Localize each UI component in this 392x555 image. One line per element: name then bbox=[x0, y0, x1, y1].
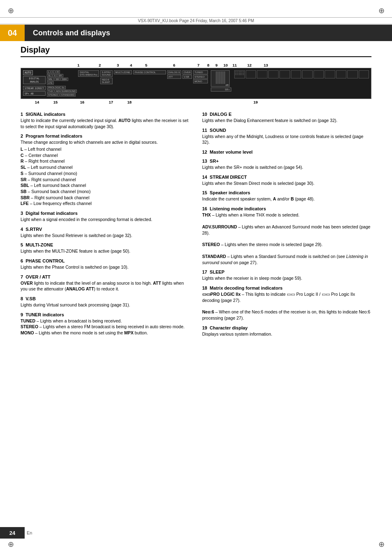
left-description-column: 1 SIGNAL indicators Light to indicate th… bbox=[21, 112, 190, 341]
label-3: 3 bbox=[111, 63, 125, 67]
diagram-bottom-labels: 14 15 16 17 18 19 bbox=[21, 100, 371, 104]
desc-15-text: Indicate the current speaker system, A a… bbox=[202, 196, 371, 202]
desc-7-heading: 7 OVER / ATT bbox=[21, 274, 190, 279]
sbl-indicator: SBL bbox=[47, 78, 54, 81]
desc-9-stereo: STEREO – Lights when a stereo FM broadca… bbox=[21, 324, 190, 330]
desc-5-text: Lights when the MULTI-ZONE feature is ac… bbox=[21, 248, 190, 254]
desc-10-heading: 10 DIALOG E bbox=[202, 112, 371, 117]
desc-13-text: Lights when the SR+ mode is switched on … bbox=[202, 164, 371, 170]
label-15: 15 bbox=[49, 100, 62, 104]
description-columns: 1 SIGNAL indicators Light to indicate th… bbox=[21, 112, 371, 341]
desc-multi-zone: 5 MULTI-ZONE Lights when the MULTI-ZONE … bbox=[21, 242, 190, 254]
desc-3-heading: 3 Digital format indicators bbox=[21, 211, 190, 216]
label-17: 17 bbox=[103, 100, 119, 104]
desc-2-text: These change according to which channels… bbox=[21, 139, 190, 145]
desc-vsb: 8 V.SB Lights during Virtual surround ba… bbox=[21, 296, 190, 308]
label-13: 13 bbox=[260, 63, 272, 67]
desc-program-format: 2 Program format indicators These change… bbox=[21, 134, 190, 207]
character-display bbox=[234, 70, 369, 78]
label-16: 16 bbox=[62, 100, 103, 104]
desc-2-l: L – Left front channel bbox=[21, 146, 190, 152]
stereo-mode-indicator: STEREO bbox=[47, 93, 60, 97]
l-indicator: L bbox=[47, 70, 51, 74]
desc-16-standard: STANDARD – Lights when a Standard Surrou… bbox=[202, 253, 371, 265]
label-18: 18 bbox=[119, 100, 140, 104]
desc-digital-format: 3 Digital format indicators Light when a… bbox=[21, 211, 190, 223]
desc-dialog-e: 10 DIALOG E Lights when the Dialog Enhan… bbox=[202, 112, 371, 124]
auto-indicator: AUTO bbox=[23, 70, 33, 75]
corner-decoration-tl: ⊕ bbox=[3, 3, 18, 18]
label-19: 19 bbox=[140, 100, 371, 104]
desc-7-text: OVER lights to indicate that the level o… bbox=[21, 280, 190, 292]
timestamp: VSX-90TXV_KU.book Page 24 Friday, March … bbox=[0, 17, 392, 24]
section-title: Display bbox=[21, 45, 371, 57]
sr-indicator: SR bbox=[57, 74, 63, 77]
desc-18-heading: 18 Matrix decoding format indicators bbox=[202, 286, 371, 290]
desc-14-text: Lights when the Stream Direct mode is se… bbox=[202, 180, 371, 187]
neo6-indicator: NEO:6SLEEP bbox=[100, 78, 113, 84]
label-7: 7 bbox=[193, 63, 204, 67]
desc-listening-mode: 16 Listening mode indicators THX – Light… bbox=[202, 206, 371, 265]
label-11: 11 bbox=[231, 63, 239, 67]
vsb-indicator: V.SB bbox=[182, 75, 192, 79]
label-1: 1 bbox=[68, 63, 89, 67]
display-diagram: 1 2 3 4 5 6 7 8 9 10 11 12 13 AUTO bbox=[21, 63, 371, 104]
desc-6-text: Lights when the Phase Control is switche… bbox=[21, 264, 190, 270]
digital-analog-indicator: DIGITALANALOG bbox=[23, 76, 46, 84]
desc-13-heading: 13 SR+ bbox=[202, 159, 371, 164]
desc-s-rtrv: 4 S.RTRV Lights when the Sound Retriever… bbox=[21, 227, 190, 239]
dialog-e-indicator: DIALOG E bbox=[167, 70, 181, 74]
c-indicator: C bbox=[51, 70, 55, 74]
s-indicator: S bbox=[53, 74, 57, 77]
desc-master-volume: 12 Master volume level bbox=[202, 150, 371, 154]
label-6: 6 bbox=[156, 63, 193, 67]
desc-sound: 11 SOUND Lights when any of the Midnight… bbox=[202, 128, 371, 145]
thx-indicator: THX bbox=[47, 90, 54, 93]
page-number-bar: 24 bbox=[0, 527, 25, 539]
desc-matrix-decoding: 18 Matrix decoding format indicators ▭▭P… bbox=[202, 286, 371, 321]
desc-2-sbr: SBR – Right surround back channel bbox=[21, 195, 190, 201]
desc-stream-direct: 14 STREAM DIRECT Lights when the Stream … bbox=[202, 175, 371, 187]
desc-16-thx: THX – Lights when a Home THX mode is sel… bbox=[202, 212, 371, 218]
over-indicator: OVER bbox=[182, 70, 192, 74]
desc-18-pro-logic: ▭▭PRO LOGIC IIx – This lights to indicat… bbox=[202, 291, 371, 303]
desc-16-stereo: STEREO – Lights when the stereo mode is … bbox=[202, 242, 371, 248]
desc-tuner-indicators: 9 TUNER indicators TUNED – Lights when a… bbox=[21, 312, 190, 336]
sl-indicator: SL bbox=[47, 74, 52, 77]
main-content: Display 1 2 3 4 5 6 7 8 9 10 11 12 13 bbox=[21, 45, 371, 522]
sb-indicator: SB bbox=[54, 78, 60, 81]
desc-19-heading: 19 Character display bbox=[202, 325, 371, 330]
phase-control-indicator: PHASE CONTROL bbox=[133, 70, 166, 74]
desc-speaker-indicators: 15 Speaker indicators Indicate the curre… bbox=[202, 190, 371, 202]
desc-5-heading: 5 MULTI-ZONE bbox=[21, 242, 190, 247]
right-description-column: 10 DIALOG E Lights when the Dialog Enhan… bbox=[202, 112, 371, 341]
page-title: Controls and displays bbox=[33, 29, 110, 37]
desc-9-heading: 9 TUNER indicators bbox=[21, 312, 190, 317]
desc-character-display: 19 Character display Displays various sy… bbox=[202, 325, 371, 337]
desc-16-adv: ADV.SURROUND – Lights when an Advanced S… bbox=[202, 224, 371, 236]
pro-logic-iix-indicator: PROLOGIC IIx bbox=[47, 86, 66, 89]
desc-1-heading: 1 SIGNAL indicators bbox=[21, 112, 190, 117]
sbr-indicator: SBR bbox=[60, 78, 68, 81]
corner-decoration-br: ⊕ bbox=[374, 537, 389, 552]
desc-6-heading: 6 PHASE CONTROL bbox=[21, 258, 190, 263]
desc-1-text: Light to indicate the currently selected… bbox=[21, 117, 190, 129]
desc-2-lfe: LFE – Low frequency effects channel bbox=[21, 200, 190, 207]
desc-signal-indicators: 1 SIGNAL indicators Light to indicate th… bbox=[21, 112, 190, 129]
lfe-indicator: LFE bbox=[47, 81, 54, 85]
desc-2-r: R – Right front channel bbox=[21, 158, 190, 164]
stream-direct-indicator: STREAM DIRECT bbox=[23, 86, 46, 91]
label-9: 9 bbox=[212, 63, 221, 67]
sp-ab-indicator: SP+ AB bbox=[23, 91, 46, 96]
corner-decoration-tr: ⊕ bbox=[374, 3, 389, 18]
label-8: 8 bbox=[204, 63, 212, 67]
label-12: 12 bbox=[239, 63, 260, 67]
mono-indicator: MONO bbox=[193, 79, 208, 83]
desc-3-text: Light when a signal encoded in the corre… bbox=[21, 216, 190, 223]
desc-12-heading: 12 Master volume level bbox=[202, 150, 371, 154]
db-label: dB bbox=[212, 84, 228, 86]
standard-indicator: STANDARD bbox=[60, 93, 76, 97]
desc-9-mono: MONO – Lights when the mono mode is set … bbox=[21, 330, 190, 336]
desc-2-sl: SL – Left surround channel bbox=[21, 164, 190, 170]
desc-2-c: C – Center channel bbox=[21, 152, 190, 159]
